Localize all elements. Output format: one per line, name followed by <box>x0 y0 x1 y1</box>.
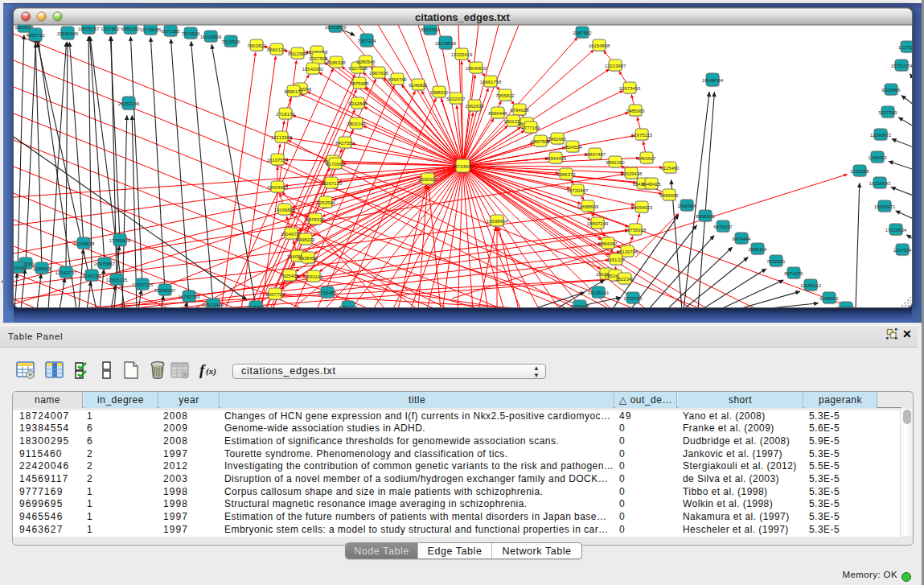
svg-text:f: f <box>199 361 206 378</box>
svg-text:7632621: 7632621 <box>766 259 786 264</box>
svg-text:16648784: 16648784 <box>702 78 724 83</box>
svg-text:1362635: 1362635 <box>465 104 484 109</box>
svg-text:12505135: 12505135 <box>106 278 128 282</box>
svg-text:(x): (x) <box>206 366 216 377</box>
svg-text:9884067: 9884067 <box>598 241 618 246</box>
svg-text:9657791: 9657791 <box>265 292 285 297</box>
svg-text:9146821: 9146821 <box>409 83 428 88</box>
svg-text:1733426: 1733426 <box>623 296 643 301</box>
svg-text:18724007: 18724007 <box>452 164 474 169</box>
svg-text:7386372: 7386372 <box>556 172 576 177</box>
svg-text:20053346: 20053346 <box>118 101 140 106</box>
svg-text:2522342: 2522342 <box>615 277 634 282</box>
svg-text:9896172: 9896172 <box>284 89 303 94</box>
svg-text:2803144: 2803144 <box>347 122 366 126</box>
svg-text:1244413: 1244413 <box>868 155 887 160</box>
svg-text:6466160: 6466160 <box>121 27 140 31</box>
svg-text:10807487: 10807487 <box>585 152 606 157</box>
svg-text:7625402: 7625402 <box>280 274 299 278</box>
svg-text:1691144: 1691144 <box>305 274 324 279</box>
svg-text:9242848: 9242848 <box>348 101 368 106</box>
svg-text:19654923: 19654923 <box>631 205 653 210</box>
svg-text:16961758: 16961758 <box>480 80 502 84</box>
svg-text:9280546: 9280546 <box>356 60 376 64</box>
svg-text:12213987: 12213987 <box>605 64 626 68</box>
svg-text:20206578: 20206578 <box>73 241 95 246</box>
svg-text:10973493: 10973493 <box>619 86 641 91</box>
svg-text:16033809: 16033809 <box>200 35 222 39</box>
svg-text:8660124: 8660124 <box>267 47 286 52</box>
svg-text:3215958: 3215958 <box>850 169 869 174</box>
svg-text:1527602: 1527602 <box>101 27 120 31</box>
svg-text:7515526: 7515526 <box>221 39 240 44</box>
svg-text:16782759: 16782759 <box>179 295 200 299</box>
svg-text:10719185: 10719185 <box>140 27 162 32</box>
svg-text:18267130: 18267130 <box>321 181 343 186</box>
svg-text:5875685: 5875685 <box>350 81 369 86</box>
svg-text:2967608: 2967608 <box>369 71 388 76</box>
svg-text:16154808: 16154808 <box>589 43 610 48</box>
svg-text:2530023: 2530023 <box>418 177 437 182</box>
svg-text:9498222: 9498222 <box>296 237 315 242</box>
svg-text:5716485: 5716485 <box>318 290 337 295</box>
svg-text:12975115: 12975115 <box>631 133 653 138</box>
svg-text:8454749: 8454749 <box>388 77 407 82</box>
svg-text:8990448: 8990448 <box>488 111 507 116</box>
svg-text:13325419: 13325419 <box>451 52 473 57</box>
svg-text:10958107: 10958107 <box>154 288 176 293</box>
svg-text:7663822: 7663822 <box>247 43 266 48</box>
svg-text:8471676: 8471676 <box>784 271 803 276</box>
svg-text:16107554: 16107554 <box>267 158 289 163</box>
svg-text:3824554: 3824554 <box>563 145 582 150</box>
svg-text:8912954: 8912954 <box>288 51 307 56</box>
svg-text:7357224: 7357224 <box>357 39 376 43</box>
svg-text:19218506: 19218506 <box>435 41 457 46</box>
svg-text:10654112: 10654112 <box>800 283 822 288</box>
svg-text:9892160: 9892160 <box>606 160 625 165</box>
svg-text:15692971: 15692971 <box>874 204 896 209</box>
svg-text:10688609: 10688609 <box>577 204 599 209</box>
svg-text:20975867: 20975867 <box>94 262 116 266</box>
svg-text:9329966: 9329966 <box>881 88 901 93</box>
svg-text:5878335: 5878335 <box>306 217 325 222</box>
svg-text:16543382: 16543382 <box>302 67 324 72</box>
svg-text:17957225: 17957225 <box>132 282 154 287</box>
svg-text:12923446: 12923446 <box>203 303 224 307</box>
svg-text:1151327: 1151327 <box>607 257 626 262</box>
svg-text:10756928: 10756928 <box>625 228 647 233</box>
svg-text:15720407: 15720407 <box>567 188 589 193</box>
svg-text:14136141: 14136141 <box>588 290 610 295</box>
svg-text:18640910: 18640910 <box>466 66 487 71</box>
svg-text:citations_edges.txt: citations_edges.txt <box>415 11 510 23</box>
svg-text:8186328: 8186328 <box>326 60 346 65</box>
svg-text:18807249: 18807249 <box>587 221 609 226</box>
svg-text:9777169: 9777169 <box>521 126 540 130</box>
svg-text:1145194: 1145194 <box>83 274 102 278</box>
svg-text:1156829: 1156829 <box>33 266 52 271</box>
svg-text:10655257: 10655257 <box>78 27 100 31</box>
svg-text:8813054: 8813054 <box>421 27 440 32</box>
svg-text:12213369: 12213369 <box>271 135 293 140</box>
svg-text:9474444: 9474444 <box>732 237 751 241</box>
svg-text:9227349: 9227349 <box>878 110 897 115</box>
svg-text:20364436: 20364436 <box>545 156 567 161</box>
svg-text:7485063: 7485063 <box>626 109 645 113</box>
svg-text:19166825: 19166825 <box>274 208 296 212</box>
svg-text:7462661: 7462661 <box>548 137 567 142</box>
svg-text:1588520: 1588520 <box>429 90 449 95</box>
svg-text:1167534: 1167534 <box>893 248 913 253</box>
svg-text:5322037: 5322037 <box>446 97 466 101</box>
svg-text:17359928: 17359928 <box>109 238 131 243</box>
svg-text:10025438: 10025438 <box>621 171 643 176</box>
svg-text:12093872: 12093872 <box>870 133 892 138</box>
svg-text:6479197: 6479197 <box>713 225 733 229</box>
svg-text:16033809: 16033809 <box>325 25 347 30</box>
svg-text:12942737: 12942737 <box>55 270 77 275</box>
svg-text:8427552: 8427552 <box>335 141 355 146</box>
svg-text:1640954: 1640954 <box>677 204 696 208</box>
svg-text:9463627: 9463627 <box>637 156 656 161</box>
svg-text:19654983: 19654983 <box>267 185 289 190</box>
svg-text:8448425: 8448425 <box>642 182 661 187</box>
svg-text:15751074: 15751074 <box>891 64 913 68</box>
svg-text:2718176: 2718176 <box>276 112 295 117</box>
